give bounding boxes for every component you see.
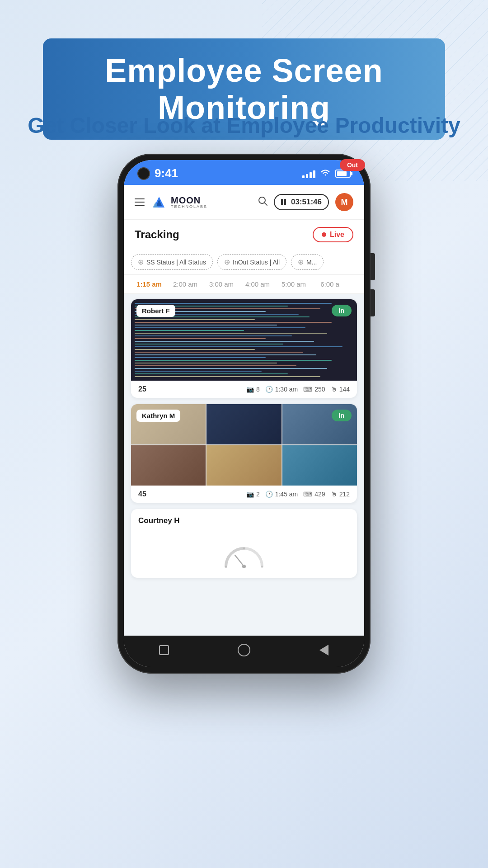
phone-outer-shell: 9:41 [117, 154, 371, 674]
employee-card-robert[interactable]: Robert F In 25 📷 8 🕐 1:30 am [131, 299, 357, 398]
timer-display: 03:51:46 [291, 198, 322, 207]
employee-card-kathryn[interactable]: Kathryn M In 45 📷 2 🕐 1:45 am [131, 404, 357, 503]
filter-ss-label: SS Status | All Status [146, 259, 206, 266]
robert-card-footer: 25 📷 8 🕐 1:30 am ⌨ 250 [131, 381, 357, 398]
nav-square-button[interactable] [156, 642, 172, 658]
code-line [135, 341, 314, 342]
robert-clicks-stat: 🖱 144 [331, 386, 350, 393]
robert-keystrokes-stat: ⌨ 250 [303, 386, 325, 393]
time-6-00am[interactable]: 6:00 a [312, 280, 348, 288]
code-line [135, 327, 305, 328]
live-label: Live [330, 231, 344, 239]
svg-line-4 [264, 203, 267, 205]
nav-home-button[interactable] [236, 642, 252, 658]
search-button[interactable] [258, 196, 267, 208]
hamburger-line-2 [135, 202, 145, 203]
phone-screen: 9:41 [124, 160, 364, 667]
svg-point-9 [261, 566, 263, 567]
time-4-00am[interactable]: 4:00 am [239, 280, 276, 288]
code-line [135, 333, 327, 334]
circle-icon [238, 644, 250, 656]
header-right: 03:51:46 M [258, 193, 353, 211]
code-line [135, 349, 255, 350]
triangle-icon [319, 645, 328, 656]
live-button[interactable]: Live [313, 227, 353, 242]
kathryn-time-val: 1:45 am [275, 491, 298, 498]
kathryn-screenshot-count: 📷 2 [246, 491, 260, 498]
signal-bar-2 [306, 174, 308, 178]
timer-button[interactable]: 03:51:46 [274, 194, 329, 210]
filter-more[interactable]: ⊕ M... [291, 254, 324, 270]
code-line [135, 335, 292, 336]
hamburger-menu[interactable] [135, 198, 145, 206]
mouse-icon: 🖱 [331, 386, 337, 393]
kathryn-status-badge: In [332, 410, 352, 421]
kathryn-name-badge: Kathryn M [136, 410, 180, 422]
filter-inout-status[interactable]: ⊕ InOut Status | All [217, 254, 286, 270]
time-2-00am[interactable]: 2:00 am [167, 280, 203, 288]
logo-icon [151, 196, 167, 208]
filter-plus-icon: ⊕ [138, 258, 144, 266]
time-1-15am[interactable]: 1:15 am [131, 280, 167, 288]
user-avatar[interactable]: M [335, 193, 353, 211]
code-line [135, 344, 283, 344]
signal-bar-1 [302, 175, 305, 178]
nav-back-button[interactable] [316, 642, 332, 658]
status-time: 9:41 [155, 166, 178, 180]
svg-point-8 [225, 566, 227, 567]
filter-plus-icon-3: ⊕ [298, 258, 304, 266]
signal-icon [302, 169, 315, 178]
code-line [135, 346, 343, 347]
code-line [135, 363, 277, 363]
robert-time-val: 1:30 am [275, 386, 298, 393]
wifi-icon [321, 169, 330, 178]
hamburger-line-1 [135, 198, 145, 199]
kathryn-clicks-val: 212 [339, 491, 350, 498]
clock-icon-2: 🕐 [265, 491, 273, 498]
status-left: 9:41 [137, 166, 178, 180]
hamburger-line-3 [135, 205, 145, 206]
signal-bar-3 [310, 172, 312, 178]
svg-point-7 [243, 547, 245, 549]
signal-bar-4 [313, 170, 315, 178]
kathryn-keystrokes-val: 429 [314, 491, 325, 498]
code-line [135, 371, 262, 372]
robert-keystrokes-val: 250 [314, 386, 325, 393]
code-line [135, 357, 266, 358]
code-line [135, 303, 332, 304]
filters-row: ⊕ SS Status | All Status ⊕ InOut Status … [124, 250, 364, 275]
code-line [135, 376, 320, 377]
employee-card-courtney[interactable]: Courtney H Out [131, 509, 357, 578]
camera-icon: 📷 [246, 386, 254, 393]
courtney-content [131, 533, 357, 578]
courtney-header: Courtney H Out [131, 509, 357, 533]
battery-fill [337, 171, 347, 176]
code-line [135, 338, 266, 339]
svg-line-6 [235, 555, 244, 566]
time-5-00am[interactable]: 5:00 am [276, 280, 312, 288]
pause-bar-2 [284, 199, 286, 205]
bottom-navigation [124, 636, 364, 667]
avatar-initial: M [341, 198, 348, 207]
filter-ss-status[interactable]: ⊕ SS Status | All Status [131, 254, 213, 270]
speed-gauge-icon [221, 539, 267, 571]
photo-2 [206, 404, 281, 444]
header-left: MOON TECHNOLABS [135, 196, 207, 209]
logo-name: MOON [171, 196, 207, 205]
photo-5 [206, 445, 281, 486]
robert-screenshot-val: 8 [256, 386, 260, 393]
app-logo: MOON TECHNOLABS [151, 196, 207, 209]
photo-6 [282, 445, 357, 486]
pause-bar-1 [281, 199, 283, 205]
filter-more-label: M... [306, 259, 317, 266]
kathryn-card-footer: 45 📷 2 🕐 1:45 am ⌨ 429 [131, 486, 357, 503]
pause-icon [281, 199, 287, 205]
square-icon [159, 645, 169, 655]
time-3-00am[interactable]: 3:00 am [203, 280, 239, 288]
kathryn-screenshot-val: 2 [256, 491, 260, 498]
code-line [135, 330, 244, 331]
logo-subtitle: TECHNOLABS [171, 205, 207, 209]
robert-name-badge: Robert F [136, 305, 175, 317]
app-header: MOON TECHNOLABS [124, 185, 364, 220]
code-line [135, 373, 288, 374]
